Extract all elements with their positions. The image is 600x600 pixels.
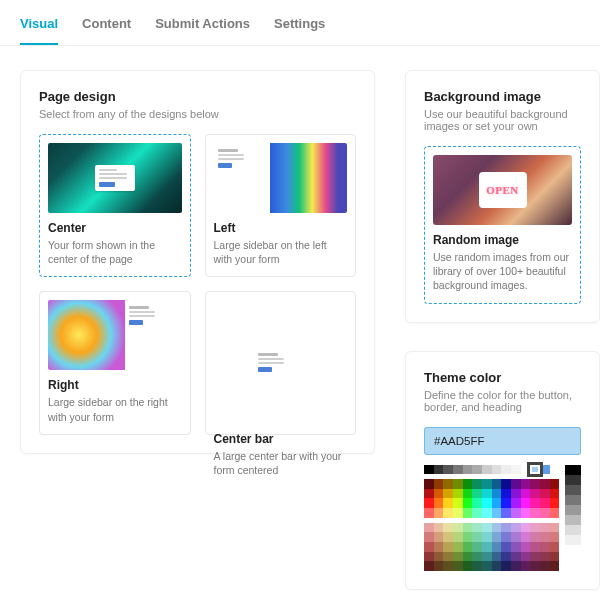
color-swatch[interactable]: [443, 465, 453, 475]
color-swatch[interactable]: [501, 479, 511, 489]
color-swatch[interactable]: [434, 561, 444, 571]
color-swatch[interactable]: [482, 542, 492, 552]
color-swatch[interactable]: [472, 489, 482, 499]
color-swatch[interactable]: [424, 561, 434, 571]
color-swatch[interactable]: [453, 532, 463, 542]
color-swatch[interactable]: [501, 542, 511, 552]
color-swatch[interactable]: [463, 561, 473, 571]
gray-swatch[interactable]: [565, 475, 581, 485]
color-swatch[interactable]: [434, 532, 444, 542]
color-swatch[interactable]: [521, 508, 531, 518]
color-swatch[interactable]: [424, 479, 434, 489]
color-swatch[interactable]: [443, 523, 453, 533]
design-option-center-bar[interactable]: Center bar A large center bar with your …: [205, 291, 357, 434]
color-swatch[interactable]: [463, 508, 473, 518]
gray-swatch[interactable]: [565, 505, 581, 515]
color-swatch[interactable]: [472, 508, 482, 518]
color-swatch[interactable]: [453, 561, 463, 571]
color-swatch[interactable]: [540, 532, 550, 542]
color-swatch[interactable]: [550, 465, 560, 475]
color-swatch[interactable]: [540, 561, 550, 571]
gray-swatch[interactable]: [565, 485, 581, 495]
color-swatch[interactable]: [463, 552, 473, 562]
color-swatch[interactable]: [424, 489, 434, 499]
color-swatch[interactable]: [511, 489, 521, 499]
color-swatch[interactable]: [511, 552, 521, 562]
tab-content[interactable]: Content: [82, 16, 131, 45]
color-swatch[interactable]: [463, 465, 473, 475]
color-swatch[interactable]: [434, 465, 444, 475]
color-swatch[interactable]: [550, 508, 560, 518]
color-swatch[interactable]: [530, 465, 540, 475]
color-swatch[interactable]: [540, 479, 550, 489]
color-swatch[interactable]: [511, 532, 521, 542]
color-swatch[interactable]: [443, 508, 453, 518]
tab-settings[interactable]: Settings: [274, 16, 325, 45]
color-swatch[interactable]: [482, 465, 492, 475]
color-swatch[interactable]: [482, 532, 492, 542]
color-swatch[interactable]: [424, 542, 434, 552]
color-swatch[interactable]: [511, 465, 521, 475]
color-swatch[interactable]: [472, 561, 482, 571]
gray-swatch[interactable]: [565, 465, 581, 475]
color-swatch[interactable]: [463, 523, 473, 533]
color-swatch[interactable]: [472, 479, 482, 489]
design-option-right[interactable]: Right Large sidebar on the right with yo…: [39, 291, 191, 434]
color-swatch[interactable]: [501, 561, 511, 571]
color-swatch[interactable]: [472, 552, 482, 562]
gray-swatch[interactable]: [565, 545, 581, 555]
color-swatch[interactable]: [443, 561, 453, 571]
color-swatch[interactable]: [424, 498, 434, 508]
color-swatch[interactable]: [550, 542, 560, 552]
color-swatch[interactable]: [472, 532, 482, 542]
color-swatch[interactable]: [472, 542, 482, 552]
color-swatch[interactable]: [453, 542, 463, 552]
theme-color-input[interactable]: [424, 427, 581, 455]
color-swatch[interactable]: [424, 552, 434, 562]
color-swatch[interactable]: [550, 523, 560, 533]
color-swatch[interactable]: [530, 552, 540, 562]
gray-swatch[interactable]: [565, 525, 581, 535]
color-swatch[interactable]: [482, 489, 492, 499]
design-option-left[interactable]: Left Large sidebar on the left with your…: [205, 134, 357, 277]
color-swatch[interactable]: [492, 523, 502, 533]
color-swatch[interactable]: [463, 542, 473, 552]
color-swatch[interactable]: [511, 561, 521, 571]
tab-visual[interactable]: Visual: [20, 16, 58, 45]
color-swatch[interactable]: [472, 498, 482, 508]
color-swatch[interactable]: [482, 508, 492, 518]
color-swatch[interactable]: [434, 479, 444, 489]
color-swatch[interactable]: [501, 508, 511, 518]
color-swatch[interactable]: [424, 523, 434, 533]
color-swatch[interactable]: [521, 489, 531, 499]
color-swatch[interactable]: [492, 532, 502, 542]
color-swatch[interactable]: [453, 479, 463, 489]
color-swatch[interactable]: [482, 479, 492, 489]
color-swatch[interactable]: [453, 508, 463, 518]
color-swatch[interactable]: [453, 523, 463, 533]
color-swatch[interactable]: [521, 532, 531, 542]
tab-submit-actions[interactable]: Submit Actions: [155, 16, 250, 45]
color-swatch[interactable]: [550, 532, 560, 542]
color-swatch[interactable]: [540, 498, 550, 508]
color-swatch[interactable]: [521, 561, 531, 571]
color-swatch[interactable]: [463, 479, 473, 489]
color-swatch[interactable]: [443, 479, 453, 489]
color-swatch[interactable]: [492, 498, 502, 508]
color-swatch[interactable]: [463, 489, 473, 499]
color-swatch[interactable]: [492, 552, 502, 562]
color-swatch[interactable]: [434, 508, 444, 518]
gray-swatch[interactable]: [565, 495, 581, 505]
color-swatch[interactable]: [434, 523, 444, 533]
color-swatch[interactable]: [521, 465, 531, 475]
color-swatch[interactable]: [424, 465, 434, 475]
color-swatch[interactable]: [530, 479, 540, 489]
color-swatch[interactable]: [521, 523, 531, 533]
color-swatch[interactable]: [434, 489, 444, 499]
color-swatch[interactable]: [463, 498, 473, 508]
color-swatch[interactable]: [492, 542, 502, 552]
color-swatch[interactable]: [511, 508, 521, 518]
color-swatch[interactable]: [530, 489, 540, 499]
color-swatch[interactable]: [511, 523, 521, 533]
color-swatch[interactable]: [492, 508, 502, 518]
